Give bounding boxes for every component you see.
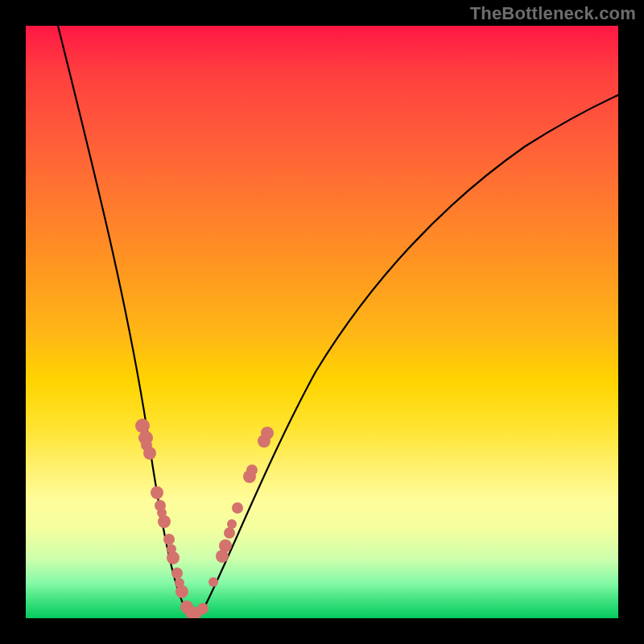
curve-marker [141, 440, 152, 451]
bottleneck-curve [58, 26, 618, 616]
curve-marker [171, 568, 183, 579]
watermark-text: TheBottleneck.com [470, 3, 636, 24]
curve-marker [175, 578, 184, 588]
curve-marker [197, 603, 208, 614]
curve-marker [163, 534, 175, 545]
curve-marker [246, 464, 258, 476]
curve-marker [227, 519, 237, 529]
curve-marker [224, 527, 235, 539]
curve-marker [261, 427, 274, 440]
curve-marker [157, 508, 167, 518]
curve-marker [151, 486, 163, 499]
curve-marker [208, 577, 218, 587]
curve-marker [232, 502, 243, 514]
curve-marker [167, 544, 176, 554]
plot-area [26, 26, 618, 618]
curve-svg [26, 26, 618, 618]
chart-stage: TheBottleneck.com [0, 0, 644, 644]
curve-marker [219, 539, 232, 552]
marker-group [135, 419, 274, 618]
